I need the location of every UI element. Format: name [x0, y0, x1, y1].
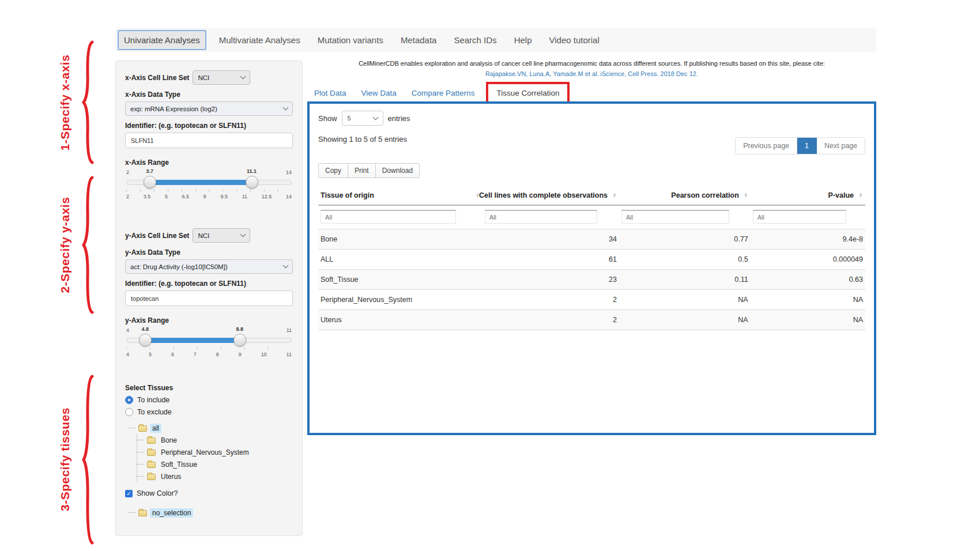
- nav-tab-univariate-analyses[interactable]: Univariate Analyses: [118, 30, 206, 50]
- y-axis-cell-line-set-select[interactable]: NCI: [193, 228, 250, 243]
- sort-icon[interactable]: ▲▼: [612, 193, 617, 198]
- show-color-label: Show Color?: [137, 489, 178, 497]
- nav-tab-label: Metadata: [401, 35, 437, 45]
- folder-icon: [138, 425, 147, 432]
- filter-input-pearson[interactable]: [621, 210, 729, 224]
- cell-pearson: 0.11: [619, 270, 751, 290]
- folder-icon: [147, 462, 156, 468]
- filter-input-p-value[interactable]: [753, 210, 847, 224]
- next-page-button[interactable]: Next page: [817, 138, 865, 154]
- y-range-to-handle[interactable]: [233, 334, 246, 346]
- cell-count: 34: [483, 229, 619, 250]
- tick-label: 9: [239, 352, 242, 357]
- x-range-from-value: 3.7: [146, 168, 153, 174]
- step3-label: 3-Specify tissues: [58, 407, 72, 511]
- tree-connector: [137, 440, 144, 440]
- to-exclude-radio[interactable]: To exclude: [125, 408, 293, 416]
- y-axis-cell-line-set-label: y-Axis Cell Line Set: [125, 232, 189, 240]
- sort-icon[interactable]: ▲▼: [858, 193, 863, 198]
- entries-label: entries: [388, 114, 410, 123]
- y-range-max: 11: [287, 327, 292, 333]
- chevron-down-icon: [283, 105, 289, 111]
- y-axis-cell-line-set-value: NCI: [198, 232, 209, 239]
- tick-label: 3.5: [144, 194, 151, 199]
- citation: CellMinerCDB enables exploration and ana…: [307, 60, 876, 77]
- nav-tab-search-ids[interactable]: Search IDs: [449, 32, 501, 48]
- tree-connector: [137, 452, 144, 452]
- show-label: Show: [318, 114, 337, 123]
- table-row: Peripheral_Nervous_System 2 NA NA: [318, 290, 865, 310]
- tick-label: 14: [286, 194, 292, 199]
- table-row: ALL 61 0.5 0.000049: [318, 250, 865, 270]
- entries-count-select[interactable]: 5: [342, 111, 383, 126]
- x-axis-data-type-value: exp: mRNA Expression (log2): [130, 105, 217, 112]
- nav-tab-mutation-variants[interactable]: Mutation variants: [313, 32, 388, 48]
- tab-tissue-correlation[interactable]: Tissue Correlation: [496, 89, 559, 97]
- step2-brace: [80, 176, 95, 314]
- cell-count: 23: [483, 270, 619, 290]
- cell-pearson: 0.5: [619, 250, 751, 270]
- tick-label: 2: [126, 194, 129, 199]
- cell-p-value: NA: [751, 310, 865, 330]
- previous-page-button[interactable]: Previous page: [736, 138, 797, 154]
- y-axis-data-type-select[interactable]: act: Drug Activity (-log10[IC50M]): [125, 259, 293, 274]
- tick-label: 4: [126, 352, 129, 357]
- x-axis-cell-line-set-select[interactable]: NCI: [193, 70, 250, 85]
- citation-text: CellMinerCDB enables exploration and ana…: [359, 60, 825, 67]
- entries-count-value: 5: [348, 115, 351, 122]
- x-axis-data-type-select[interactable]: exp: mRNA Expression (log2): [125, 101, 293, 116]
- tree-node-uterus[interactable]: Uterus: [137, 470, 293, 482]
- filter-input-tissue[interactable]: [321, 210, 456, 224]
- column-header-cell-lines[interactable]: Cell lines with complete observations▲▼: [483, 187, 619, 205]
- tree-node-soft-tissue[interactable]: Soft_Tissue: [137, 458, 293, 470]
- x-axis-data-type-label: x-Axis Data Type: [125, 90, 293, 99]
- tick-label: 9.5: [221, 194, 228, 199]
- y-axis-identifier-input[interactable]: [125, 290, 293, 306]
- tree-node-bone[interactable]: Bone: [137, 434, 293, 446]
- tab-plot-data[interactable]: Plot Data: [314, 89, 346, 97]
- slider-tick-labels: 4 5 6 7 8 9 10 11: [126, 352, 292, 357]
- radio-unselected-icon: [125, 408, 133, 416]
- tab-compare-patterns[interactable]: Compare Patterns: [412, 89, 475, 97]
- cell-count: 2: [483, 310, 619, 330]
- tree-children: Bone Peripheral_Nervous_System Soft_Tiss…: [137, 434, 293, 482]
- column-header-p-value[interactable]: P-value▲▼: [751, 187, 865, 205]
- sort-icon[interactable]: ▲▼: [744, 193, 748, 198]
- to-include-label: To include: [137, 396, 169, 404]
- cell-count: 61: [483, 250, 619, 270]
- copy-button[interactable]: Copy: [318, 163, 348, 178]
- tree-node-all[interactable]: all: [129, 422, 293, 434]
- x-range-to-value: 11.1: [247, 168, 257, 174]
- table-row: Bone 34 0.77 9.4e-8: [318, 229, 865, 250]
- tree-node-label: all: [150, 424, 161, 433]
- y-range-from-handle[interactable]: [139, 334, 152, 346]
- y-axis-data-type-value: act: Drug Activity (-log10[IC50M]): [130, 263, 228, 270]
- show-color-checkbox[interactable]: ✓ Show Color?: [125, 489, 293, 497]
- nav-tab-label: Mutation variants: [318, 35, 383, 45]
- tree-node-label: no_selection: [150, 508, 193, 518]
- pagination: Previous page 1 Next page: [735, 137, 865, 154]
- tree-node-no-selection[interactable]: no_selection: [129, 507, 293, 519]
- nav-tab-help[interactable]: Help: [510, 32, 537, 48]
- to-include-radio[interactable]: To include: [125, 396, 293, 404]
- print-button[interactable]: Print: [348, 163, 376, 178]
- citation-link[interactable]: Rajapakse.VN, Luna.A, Yamade.M et al. iS…: [485, 70, 698, 77]
- column-header-pearson-correlation[interactable]: Pearson correlation▲▼: [619, 187, 751, 205]
- page-number-button[interactable]: 1: [797, 138, 817, 154]
- nav-tab-multivariate-analyses[interactable]: Multivariate Analyses: [214, 32, 305, 48]
- tree-node-label: Soft_Tissue: [159, 460, 199, 469]
- column-header-tissue-of-origin[interactable]: Tissue of origin▲▼: [318, 187, 483, 205]
- x-range-to-handle[interactable]: [246, 176, 258, 188]
- nav-tab-metadata[interactable]: Metadata: [396, 32, 442, 48]
- sidebar-panel: x-Axis Cell Line Set NCI x-Axis Data Typ…: [115, 61, 303, 536]
- tree-node-peripheral-nervous-system[interactable]: Peripheral_Nervous_System: [137, 446, 293, 458]
- tab-view-data[interactable]: View Data: [361, 89, 397, 97]
- x-axis-identifier-input[interactable]: [125, 133, 293, 148]
- step1-label: 1-Specify x-axis: [58, 55, 72, 151]
- download-button[interactable]: Download: [375, 163, 420, 178]
- y-axis-data-type-label: y-Axis Data Type: [125, 248, 293, 256]
- x-range-from-handle[interactable]: [144, 176, 156, 188]
- cell-tissue: Uterus: [318, 310, 483, 330]
- filter-input-cell-lines[interactable]: [485, 210, 597, 224]
- nav-tab-video-tutorial[interactable]: Video tutorial: [544, 32, 604, 48]
